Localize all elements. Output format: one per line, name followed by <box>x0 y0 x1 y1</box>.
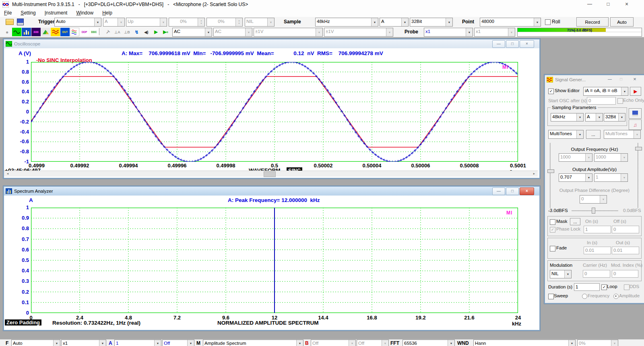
dds-checkbox[interactable] <box>624 284 630 290</box>
freq-slider-thumb[interactable] <box>547 169 554 173</box>
points-select[interactable]: 48000▼ <box>480 18 541 27</box>
range-a-select[interactable]: ±1V▼ <box>254 28 323 37</box>
device-test-plan-icon[interactable] <box>70 28 79 36</box>
osc-scrollbar-thumb[interactable] <box>264 171 276 177</box>
coupling-a-select[interactable]: AC▼ <box>172 28 212 37</box>
menu-file[interactable]: File <box>4 10 12 16</box>
scroll-right-icon[interactable]: ► <box>531 171 537 176</box>
a-gain-select[interactable]: 1▼ <box>114 340 161 346</box>
record-icon[interactable]: ● <box>2 28 12 36</box>
oscilloscope-plot[interactable] <box>31 62 518 162</box>
sweep-amplitude-radio[interactable] <box>613 294 619 299</box>
trigger-level-spinner[interactable]: 0%▲▼ <box>169 18 205 27</box>
sample-channel-select[interactable]: A▼ <box>380 18 409 27</box>
sample-rate-select[interactable]: 48kHz▼ <box>315 18 378 27</box>
spin-up-icon[interactable]: ▲ <box>200 19 202 22</box>
overlap-select[interactable]: 0%▼ <box>577 340 618 346</box>
trigger-edge-select[interactable]: Up▼ <box>126 18 167 27</box>
play-icon[interactable]: ▶ <box>151 28 161 36</box>
freq-a-select[interactable]: 1000▼ <box>559 153 592 162</box>
oscilloscope-titlebar[interactable]: Oscilloscope <box>4 39 539 48</box>
freq-axis-select[interactable]: Auto▼ <box>11 340 60 346</box>
probe-a-select[interactable]: x1▼ <box>424 28 473 37</box>
spec-restore-button[interactable]: □ <box>506 187 519 195</box>
gen-save-button[interactable] <box>629 108 642 119</box>
menu-setting[interactable]: Setting <box>21 10 35 16</box>
close-button[interactable]: × <box>618 0 636 8</box>
sweep-checkbox[interactable] <box>548 294 554 299</box>
spectrum-3d-plot-icon[interactable] <box>41 28 50 36</box>
freq-b-select[interactable]: 1000▼ <box>594 153 628 162</box>
dbfs-slider-thumb[interactable] <box>592 208 595 214</box>
record-button[interactable]: Record <box>576 17 609 27</box>
waveform-b-select[interactable]: MultiTones▼ <box>604 130 641 139</box>
mask-on-input[interactable]: 1 <box>584 226 611 233</box>
b-gain-select[interactable]: Off▼ <box>311 340 356 346</box>
spin-up-icon[interactable]: ▲ <box>238 19 240 22</box>
maximize-button[interactable]: □ <box>599 0 617 8</box>
trigger-source-select[interactable]: A▼ <box>103 18 125 27</box>
fade-out-input[interactable]: 0.01 <box>612 247 639 254</box>
zoom-select[interactable]: x1▼ <box>61 340 106 346</box>
menu-window[interactable]: Window <box>76 10 93 16</box>
spin-down-icon[interactable]: ▼ <box>200 22 202 25</box>
menu-help[interactable]: Help <box>102 10 112 16</box>
gen-close-button[interactable]: × <box>630 76 640 83</box>
gen-channel-select[interactable]: A▼ <box>585 113 603 122</box>
gen-stream-button[interactable]: ♫ <box>629 119 642 130</box>
gen-bits-select[interactable]: 32Bit▼ <box>604 113 625 122</box>
amp-slider-track[interactable] <box>638 143 639 208</box>
signal-generator-icon[interactable] <box>51 28 60 36</box>
coupling-b-select[interactable]: AC▼ <box>213 28 252 37</box>
mask-editor-button[interactable]: ... <box>570 218 580 225</box>
fade-in-input[interactable]: 0.01 <box>584 247 611 254</box>
spin-down-icon[interactable]: ▼ <box>238 22 240 25</box>
generator-play-button[interactable]: ▶ <box>630 87 641 96</box>
zero-b-icon[interactable]: ⊥B <box>122 28 132 36</box>
multimeter-icon[interactable]: 888 <box>31 28 41 36</box>
mask-off-input[interactable]: 0 <box>612 226 639 233</box>
spec-close-button[interactable]: × <box>520 187 534 195</box>
osc-minimize-button[interactable]: — <box>492 40 505 48</box>
multitones-editor-button[interactable]: ... <box>586 130 601 139</box>
gen-minimize-button[interactable]: — <box>605 76 614 83</box>
ddc-icon[interactable]: DDC <box>89 28 99 36</box>
window-function-select[interactable]: Hann▼ <box>473 340 576 346</box>
a-ref-select[interactable]: Off▼ <box>162 340 194 346</box>
osc-scrollbar[interactable]: ◄ ► <box>4 171 538 177</box>
open-file-icon[interactable] <box>6 19 14 25</box>
ddp-icon[interactable]: DDP <box>80 28 89 36</box>
sweep-frequency-radio[interactable] <box>582 294 587 299</box>
modulation-select[interactable]: NIL▼ <box>550 270 572 278</box>
menu-instrument[interactable]: Instrument <box>45 10 68 16</box>
osc-close-button[interactable]: × <box>520 40 534 48</box>
b-ref-select[interactable]: Off▼ <box>357 340 389 346</box>
dut-icon[interactable]: DUT <box>60 28 70 36</box>
carrier-input[interactable]: 0 <box>583 270 610 278</box>
mask-checkbox[interactable] <box>550 219 555 225</box>
waveform-a-select[interactable]: MultiTones▼ <box>548 130 584 139</box>
trigger-delay-spinner[interactable]: 0%▲▼ <box>206 18 243 27</box>
oscilloscope-icon[interactable] <box>12 28 21 36</box>
minimize-button[interactable]: — <box>581 0 599 8</box>
scroll-left-icon[interactable]: ◄ <box>5 171 10 176</box>
osc-restore-button[interactable]: □ <box>506 40 519 48</box>
start-osc-input[interactable]: 0 <box>587 97 616 105</box>
save-icon[interactable] <box>17 19 24 25</box>
play-loop-icon[interactable]: ▶o <box>161 28 170 36</box>
hammer-icon[interactable]: T <box>103 28 112 36</box>
phase-select[interactable]: 0▼ <box>580 195 607 204</box>
trigger-mode-select[interactable]: Auto▼ <box>54 18 101 27</box>
phase-lock-checkbox[interactable]: ✓ <box>550 227 555 233</box>
mod-index-input[interactable]: 0 <box>612 270 638 278</box>
amp-a-select[interactable]: 0.707▼ <box>559 173 592 182</box>
duration-input[interactable]: 1 <box>574 283 600 291</box>
roll-checkbox[interactable] <box>545 19 551 25</box>
amp-b-select[interactable]: 1▼ <box>594 173 628 182</box>
probe-b-select[interactable]: x1▼ <box>474 28 515 37</box>
amp-slider-thumb[interactable] <box>635 147 642 150</box>
display-mode-select[interactable]: Amplitude Spectrum▼ <box>203 340 303 346</box>
routing-select[interactable]: iA = oA, iB = oB▼ <box>583 87 628 96</box>
freq-slider-track[interactable] <box>550 143 551 208</box>
bit-depth-select[interactable]: 32Bit▼ <box>410 18 453 27</box>
